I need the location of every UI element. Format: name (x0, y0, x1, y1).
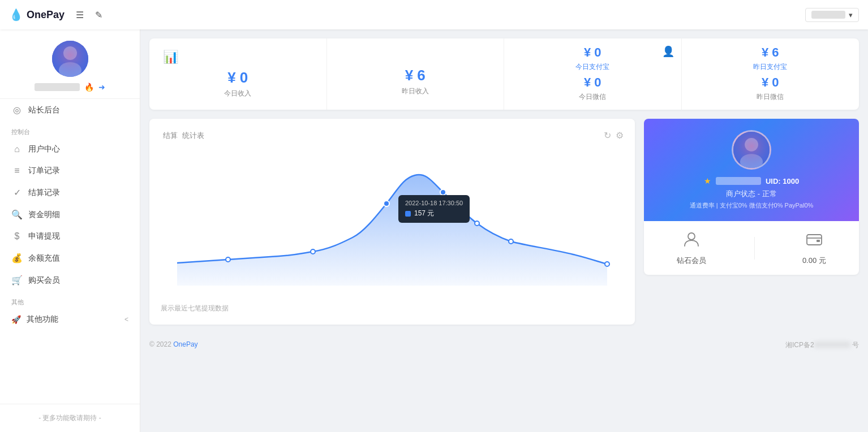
sidebar-label-funds: 资金明细 (28, 210, 60, 220)
sidebar-label-vip: 购买会员 (28, 275, 60, 286)
chart-title: 结算 统计表 (161, 130, 204, 141)
profile-name-bar (35, 83, 80, 91)
user-info-bottom: 钻石会员 0.00 元 (644, 221, 859, 275)
extra-item-left: 🚀 其他功能 (11, 314, 58, 325)
today-income-value: ¥ 0 (163, 69, 313, 87)
sidebar-item-orders[interactable]: ≡ 订单记录 (0, 160, 140, 182)
sidebar: 🔥 ➜ ◎ 站长后台 控制台 ⌂ 用户中心 ≡ 订单记录 ✓ 结算记录 🔍 资金… (0, 29, 140, 432)
sidebar-item-recharge[interactable]: 💰 余额充值 (0, 247, 140, 269)
sidebar-other-label: 其他 (0, 291, 140, 309)
profile-row: 🔥 ➜ (35, 83, 105, 92)
stat-yesterday-income: ¥ 6 昨日收入 (327, 38, 505, 110)
stat-yesterday-detail: ¥ 6 昨日支付宝 ¥ 0 昨日微信 (682, 38, 860, 110)
tooltip-time: 2022-10-18 17:30:50 (405, 200, 463, 206)
sidebar-label-withdraw: 申请提现 (28, 231, 60, 241)
chart-footer: 展示最近七笔提现数据 (161, 304, 624, 313)
sidebar-item-user-center[interactable]: ⌂ 用户中心 (0, 139, 140, 160)
uid-text: UID: 1000 (766, 177, 799, 185)
channel-rate: 通道费率 | 支付宝0% 微信支付0% PayPal0% (655, 201, 848, 210)
sidebar-label-settlement: 结算记录 (28, 188, 60, 198)
admin-icon: ◎ (11, 105, 23, 115)
chart-actions: ↻ ⚙ (604, 130, 624, 141)
avatar-wrap (52, 41, 88, 77)
sidebar-item-funds[interactable]: 🔍 资金明细 (0, 204, 140, 226)
avatar (52, 41, 88, 77)
bottom-grid: 结算 统计表 ↻ ⚙ (149, 119, 859, 325)
header-right: ▾ (805, 8, 859, 22)
svg-point-9 (509, 239, 513, 244)
person-icon: 👤 (662, 46, 674, 57)
stats-row: 📊 ¥ 0 今日收入 ¥ 6 昨日收入 👤 ¥ 0 今日支付宝 (149, 38, 859, 110)
tooltip-value-row: 157 元 (405, 209, 463, 218)
tooltip-dot (405, 211, 411, 217)
bar-chart-icon: 📊 (163, 50, 178, 64)
dollar-icon: $ (11, 231, 23, 241)
tooltip-value: 157 元 (414, 209, 434, 218)
exit-icon[interactable]: ➜ (98, 83, 105, 92)
refresh-icon[interactable]: ↻ (604, 130, 611, 141)
sidebar-item-settlement[interactable]: ✓ 结算记录 (0, 182, 140, 204)
svg-rect-17 (817, 240, 820, 242)
yesterday-wechat: ¥ 0 昨日微信 (691, 75, 850, 102)
sidebar-section-label: 控制台 (0, 121, 140, 139)
user-dropdown[interactable]: ▾ (805, 8, 859, 22)
svg-point-8 (475, 221, 479, 226)
footer-icp: 湘ICP备2XXXXXXXX 号 (785, 340, 859, 350)
yesterday-income-value: ¥ 6 (341, 67, 491, 84)
info-item-vip: 钻石会员 (677, 230, 706, 266)
svg-point-6 (384, 201, 389, 206)
chart-area: 2022-10-18 17:30:50 157 元 (161, 150, 624, 297)
merchant-status: 商户状态 - 正常 (655, 189, 848, 199)
info-item-balance: 0.00 元 (802, 230, 826, 266)
today-alipay: ¥ 0 今日支付宝 (513, 45, 672, 72)
main-layout: 🔥 ➜ ◎ 站长后台 控制台 ⌂ 用户中心 ≡ 订单记录 ✓ 结算记录 🔍 资金… (0, 29, 868, 432)
svg-rect-16 (807, 235, 822, 245)
sidebar-item-withdraw[interactable]: $ 申请提现 (0, 226, 140, 247)
footer-brand: OnePay (173, 340, 197, 348)
chart-header: 结算 统计表 ↻ ⚙ (161, 130, 624, 141)
user-card-name-row: ★ UID: 1000 (655, 176, 848, 185)
settings-icon[interactable]: ⚙ (616, 130, 624, 141)
sidebar-footer: - 更多功能敬请期待 - (0, 404, 140, 432)
svg-rect-3 (52, 41, 88, 77)
stat-today-income: 📊 ¥ 0 今日收入 (149, 38, 327, 110)
sidebar-label-orders: 订单记录 (28, 166, 60, 176)
svg-rect-14 (733, 132, 770, 168)
vip-label: 钻石会员 (677, 256, 706, 266)
sidebar-label-user-center: 用户中心 (28, 144, 60, 154)
today-income-label: 今日收入 (163, 89, 313, 98)
rocket-icon: 🚀 (11, 315, 21, 324)
cart-icon: 🛒 (11, 275, 23, 286)
menu-button[interactable]: ☰ (74, 7, 86, 23)
sidebar-item-admin[interactable]: ◎ 站长后台 (0, 99, 140, 121)
yesterday-alipay: ¥ 6 昨日支付宝 (691, 45, 850, 72)
right-panel: ★ UID: 1000 商户状态 - 正常 通道费率 | 支付宝0% 微信支付0… (644, 119, 859, 325)
svg-point-5 (311, 249, 315, 254)
header: 💧 OnePay ☰ ✎ ▾ (0, 0, 868, 29)
svg-point-4 (226, 257, 230, 262)
dropdown-arrow-icon: ▾ (849, 11, 853, 19)
fire-icon[interactable]: 🔥 (84, 83, 94, 92)
user-card-avatar (732, 130, 771, 170)
svg-point-15 (688, 233, 695, 240)
check-circle-icon: ✓ (11, 187, 23, 198)
wallet-balance-icon (805, 230, 823, 252)
name-bar (716, 177, 761, 185)
edit-button[interactable]: ✎ (93, 7, 105, 23)
user-card: ★ UID: 1000 商户状态 - 正常 通道费率 | 支付宝0% 微信支付0… (644, 119, 859, 221)
header-left: 💧 OnePay ☰ ✎ (9, 7, 105, 23)
list-icon: ≡ (11, 166, 23, 176)
svg-point-10 (605, 262, 609, 266)
sidebar-item-vip[interactable]: 🛒 购买会员 (0, 269, 140, 291)
sidebar-item-extra-features[interactable]: 🚀 其他功能 < (0, 309, 140, 330)
extra-item-label: 其他功能 (27, 314, 58, 325)
chart-card: 结算 统计表 ↻ ⚙ (149, 119, 635, 325)
stat-today-detail: 👤 ¥ 0 今日支付宝 ¥ 0 今日微信 (504, 38, 682, 110)
balance-value: 0.00 元 (802, 256, 826, 266)
home-icon: ⌂ (11, 144, 23, 154)
logo-icon: 💧 (9, 8, 23, 21)
logo: 💧 OnePay (9, 8, 65, 21)
star-icon: ★ (704, 176, 711, 185)
icp-number: XXXXXXXX (814, 341, 850, 349)
svg-point-7 (440, 189, 446, 195)
